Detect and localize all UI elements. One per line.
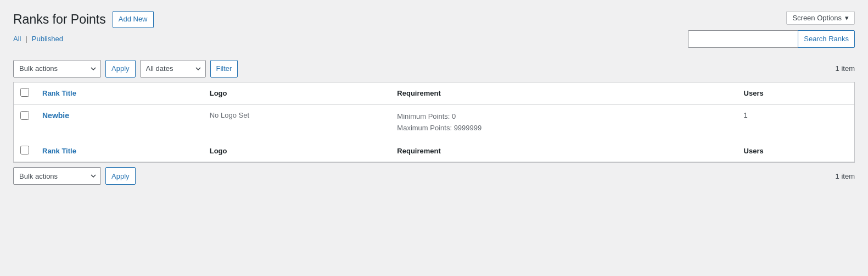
row-checkbox[interactable] (20, 111, 29, 120)
top-toolbar: Bulk actions Edit Delete Apply All dates… (13, 60, 855, 78)
row-requirement-cell: Minimum Points: 0 Maximum Points: 999999… (390, 104, 737, 140)
requirement-line2: Maximum Points: 9999999 (397, 123, 730, 134)
screen-options-button[interactable]: Screen Options ▾ (786, 11, 855, 25)
filter-all-link[interactable]: All (13, 35, 21, 43)
dates-select-top[interactable]: All dates (140, 60, 206, 78)
row-users-cell: 1 (737, 104, 854, 140)
item-count-top: 1 item (836, 64, 855, 73)
header-checkbox-cell (14, 82, 36, 104)
footer-users: Users (737, 140, 854, 162)
filter-button-top[interactable]: Filter (210, 60, 238, 78)
header-rank-title: Rank Title (36, 82, 203, 104)
bottom-toolbar: Bulk actions Edit Delete Apply 1 item (13, 167, 855, 185)
no-logo-text: No Logo Set (210, 111, 249, 119)
search-ranks-button[interactable]: Search Ranks (798, 30, 855, 48)
table-row: Newbie No Logo Set Minimum Points: 0 Max… (14, 104, 854, 140)
add-new-button[interactable]: Add New (113, 11, 154, 28)
screen-options-label: Screen Options (792, 14, 842, 22)
select-all-checkbox[interactable] (20, 88, 29, 97)
chevron-down-icon: ▾ (845, 14, 849, 22)
rank-title-column-link[interactable]: Rank Title (42, 89, 76, 97)
page-title: Ranks for Points (13, 12, 106, 27)
bulk-actions-select-bottom[interactable]: Bulk actions Edit Delete (13, 167, 101, 185)
ranks-table: Rank Title Logo Requirement Users Newbie… (14, 82, 854, 163)
footer-logo: Logo (203, 140, 391, 162)
filter-published-link[interactable]: Published (32, 35, 63, 43)
search-input[interactable] (688, 30, 798, 48)
item-count-bottom: 1 item (836, 172, 855, 180)
search-box: Search Ranks (688, 30, 855, 48)
footer-requirement: Requirement (390, 140, 737, 162)
apply-button-bottom[interactable]: Apply (105, 167, 136, 185)
row-logo-cell: No Logo Set (203, 104, 391, 140)
header-logo: Logo (203, 82, 391, 104)
ranks-table-wrap: Rank Title Logo Requirement Users Newbie… (13, 82, 855, 163)
bulk-actions-select-top[interactable]: Bulk actions Edit Delete (13, 60, 101, 78)
page-header: Ranks for Points Add New Screen Options … (13, 11, 855, 28)
bottom-toolbar-left: Bulk actions Edit Delete Apply (13, 167, 136, 185)
nav-separator: | (25, 35, 27, 43)
header-users: Users (737, 82, 854, 104)
rank-title-link[interactable]: Newbie (42, 111, 69, 120)
filter-nav: All | Published (13, 35, 63, 43)
row-checkbox-cell (14, 104, 36, 140)
table-header-row: Rank Title Logo Requirement Users (14, 82, 854, 104)
page-header-left: Ranks for Points Add New (13, 11, 154, 28)
header-requirement: Requirement (390, 82, 737, 104)
footer-checkbox-cell (14, 140, 36, 162)
select-all-checkbox-footer[interactable] (20, 146, 29, 154)
rank-title-column-link-footer[interactable]: Rank Title (42, 147, 76, 155)
footer-rank-title: Rank Title (36, 140, 203, 162)
row-rank-title-cell: Newbie (36, 104, 203, 140)
top-toolbar-left: Bulk actions Edit Delete Apply All dates… (13, 60, 238, 78)
requirement-line1: Minimum Points: 0 (397, 111, 730, 123)
nav-search-row: All | Published Search Ranks (13, 30, 855, 54)
apply-button-top[interactable]: Apply (105, 60, 136, 78)
table-footer-row: Rank Title Logo Requirement Users (14, 140, 854, 162)
